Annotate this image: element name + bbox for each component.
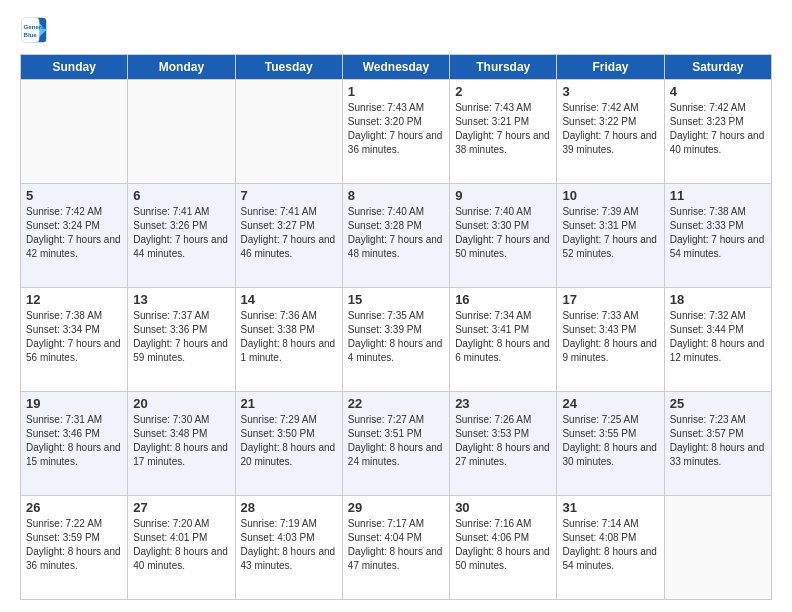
- day-number: 13: [133, 292, 229, 307]
- day-number: 23: [455, 396, 551, 411]
- day-info: Sunrise: 7:34 AM Sunset: 3:41 PM Dayligh…: [455, 309, 551, 365]
- day-info: Sunrise: 7:29 AM Sunset: 3:50 PM Dayligh…: [241, 413, 337, 469]
- calendar-day-cell: 12Sunrise: 7:38 AM Sunset: 3:34 PM Dayli…: [21, 288, 128, 392]
- calendar-day-cell: 17Sunrise: 7:33 AM Sunset: 3:43 PM Dayli…: [557, 288, 664, 392]
- day-number: 17: [562, 292, 658, 307]
- calendar-day-cell: 21Sunrise: 7:29 AM Sunset: 3:50 PM Dayli…: [235, 392, 342, 496]
- calendar-day-cell: 14Sunrise: 7:36 AM Sunset: 3:38 PM Dayli…: [235, 288, 342, 392]
- calendar-day-cell: 27Sunrise: 7:20 AM Sunset: 4:01 PM Dayli…: [128, 496, 235, 600]
- calendar-day-cell: 30Sunrise: 7:16 AM Sunset: 4:06 PM Dayli…: [450, 496, 557, 600]
- calendar-day-cell: 18Sunrise: 7:32 AM Sunset: 3:44 PM Dayli…: [664, 288, 771, 392]
- header: General Blue: [20, 16, 772, 44]
- calendar-day-cell: 6Sunrise: 7:41 AM Sunset: 3:26 PM Daylig…: [128, 184, 235, 288]
- day-number: 31: [562, 500, 658, 515]
- day-info: Sunrise: 7:23 AM Sunset: 3:57 PM Dayligh…: [670, 413, 766, 469]
- day-number: 7: [241, 188, 337, 203]
- calendar-header-cell: Monday: [128, 55, 235, 80]
- day-info: Sunrise: 7:26 AM Sunset: 3:53 PM Dayligh…: [455, 413, 551, 469]
- day-info: Sunrise: 7:33 AM Sunset: 3:43 PM Dayligh…: [562, 309, 658, 365]
- calendar-day-cell: 2Sunrise: 7:43 AM Sunset: 3:21 PM Daylig…: [450, 80, 557, 184]
- day-info: Sunrise: 7:32 AM Sunset: 3:44 PM Dayligh…: [670, 309, 766, 365]
- calendar-day-cell: 23Sunrise: 7:26 AM Sunset: 3:53 PM Dayli…: [450, 392, 557, 496]
- calendar-day-cell: 29Sunrise: 7:17 AM Sunset: 4:04 PM Dayli…: [342, 496, 449, 600]
- day-number: 19: [26, 396, 122, 411]
- calendar-header-cell: Friday: [557, 55, 664, 80]
- calendar-header-cell: Thursday: [450, 55, 557, 80]
- day-number: 12: [26, 292, 122, 307]
- calendar-day-cell: 10Sunrise: 7:39 AM Sunset: 3:31 PM Dayli…: [557, 184, 664, 288]
- day-number: 30: [455, 500, 551, 515]
- day-number: 24: [562, 396, 658, 411]
- calendar-day-cell: 9Sunrise: 7:40 AM Sunset: 3:30 PM Daylig…: [450, 184, 557, 288]
- calendar-week-row: 1Sunrise: 7:43 AM Sunset: 3:20 PM Daylig…: [21, 80, 772, 184]
- calendar-header-cell: Saturday: [664, 55, 771, 80]
- day-info: Sunrise: 7:43 AM Sunset: 3:21 PM Dayligh…: [455, 101, 551, 157]
- calendar-day-cell: 13Sunrise: 7:37 AM Sunset: 3:36 PM Dayli…: [128, 288, 235, 392]
- day-info: Sunrise: 7:38 AM Sunset: 3:34 PM Dayligh…: [26, 309, 122, 365]
- day-number: 18: [670, 292, 766, 307]
- day-number: 28: [241, 500, 337, 515]
- day-info: Sunrise: 7:40 AM Sunset: 3:30 PM Dayligh…: [455, 205, 551, 261]
- calendar-table: SundayMondayTuesdayWednesdayThursdayFrid…: [20, 54, 772, 600]
- svg-text:General: General: [24, 23, 47, 30]
- day-number: 1: [348, 84, 444, 99]
- day-info: Sunrise: 7:16 AM Sunset: 4:06 PM Dayligh…: [455, 517, 551, 573]
- svg-text:Blue: Blue: [24, 31, 38, 38]
- day-number: 21: [241, 396, 337, 411]
- day-info: Sunrise: 7:27 AM Sunset: 3:51 PM Dayligh…: [348, 413, 444, 469]
- day-info: Sunrise: 7:41 AM Sunset: 3:26 PM Dayligh…: [133, 205, 229, 261]
- calendar-day-cell: 5Sunrise: 7:42 AM Sunset: 3:24 PM Daylig…: [21, 184, 128, 288]
- day-info: Sunrise: 7:19 AM Sunset: 4:03 PM Dayligh…: [241, 517, 337, 573]
- day-info: Sunrise: 7:20 AM Sunset: 4:01 PM Dayligh…: [133, 517, 229, 573]
- calendar-week-row: 26Sunrise: 7:22 AM Sunset: 3:59 PM Dayli…: [21, 496, 772, 600]
- day-number: 5: [26, 188, 122, 203]
- page: General Blue SundayMondayTuesdayWednesda…: [0, 0, 792, 612]
- calendar-day-cell: 20Sunrise: 7:30 AM Sunset: 3:48 PM Dayli…: [128, 392, 235, 496]
- day-info: Sunrise: 7:39 AM Sunset: 3:31 PM Dayligh…: [562, 205, 658, 261]
- calendar-day-cell: [128, 80, 235, 184]
- calendar-day-cell: 11Sunrise: 7:38 AM Sunset: 3:33 PM Dayli…: [664, 184, 771, 288]
- day-number: 6: [133, 188, 229, 203]
- calendar-day-cell: 22Sunrise: 7:27 AM Sunset: 3:51 PM Dayli…: [342, 392, 449, 496]
- calendar-day-cell: 19Sunrise: 7:31 AM Sunset: 3:46 PM Dayli…: [21, 392, 128, 496]
- day-number: 2: [455, 84, 551, 99]
- day-info: Sunrise: 7:42 AM Sunset: 3:24 PM Dayligh…: [26, 205, 122, 261]
- day-info: Sunrise: 7:43 AM Sunset: 3:20 PM Dayligh…: [348, 101, 444, 157]
- day-info: Sunrise: 7:37 AM Sunset: 3:36 PM Dayligh…: [133, 309, 229, 365]
- calendar-day-cell: 4Sunrise: 7:42 AM Sunset: 3:23 PM Daylig…: [664, 80, 771, 184]
- day-info: Sunrise: 7:36 AM Sunset: 3:38 PM Dayligh…: [241, 309, 337, 365]
- logo-icon: General Blue: [20, 16, 48, 44]
- calendar-day-cell: 25Sunrise: 7:23 AM Sunset: 3:57 PM Dayli…: [664, 392, 771, 496]
- day-number: 15: [348, 292, 444, 307]
- day-info: Sunrise: 7:17 AM Sunset: 4:04 PM Dayligh…: [348, 517, 444, 573]
- day-number: 10: [562, 188, 658, 203]
- day-info: Sunrise: 7:31 AM Sunset: 3:46 PM Dayligh…: [26, 413, 122, 469]
- day-info: Sunrise: 7:30 AM Sunset: 3:48 PM Dayligh…: [133, 413, 229, 469]
- logo: General Blue: [20, 16, 52, 44]
- calendar-day-cell: 28Sunrise: 7:19 AM Sunset: 4:03 PM Dayli…: [235, 496, 342, 600]
- calendar-day-cell: [235, 80, 342, 184]
- calendar-day-cell: 16Sunrise: 7:34 AM Sunset: 3:41 PM Dayli…: [450, 288, 557, 392]
- day-number: 26: [26, 500, 122, 515]
- calendar-day-cell: 26Sunrise: 7:22 AM Sunset: 3:59 PM Dayli…: [21, 496, 128, 600]
- day-info: Sunrise: 7:38 AM Sunset: 3:33 PM Dayligh…: [670, 205, 766, 261]
- day-number: 4: [670, 84, 766, 99]
- calendar-header-row: SundayMondayTuesdayWednesdayThursdayFrid…: [21, 55, 772, 80]
- day-info: Sunrise: 7:42 AM Sunset: 3:22 PM Dayligh…: [562, 101, 658, 157]
- day-info: Sunrise: 7:22 AM Sunset: 3:59 PM Dayligh…: [26, 517, 122, 573]
- day-number: 29: [348, 500, 444, 515]
- calendar-day-cell: [664, 496, 771, 600]
- calendar-day-cell: 15Sunrise: 7:35 AM Sunset: 3:39 PM Dayli…: [342, 288, 449, 392]
- calendar-day-cell: 8Sunrise: 7:40 AM Sunset: 3:28 PM Daylig…: [342, 184, 449, 288]
- day-number: 8: [348, 188, 444, 203]
- day-number: 22: [348, 396, 444, 411]
- day-number: 11: [670, 188, 766, 203]
- day-number: 3: [562, 84, 658, 99]
- day-number: 9: [455, 188, 551, 203]
- day-info: Sunrise: 7:35 AM Sunset: 3:39 PM Dayligh…: [348, 309, 444, 365]
- calendar-week-row: 12Sunrise: 7:38 AM Sunset: 3:34 PM Dayli…: [21, 288, 772, 392]
- day-number: 27: [133, 500, 229, 515]
- day-number: 14: [241, 292, 337, 307]
- calendar-header-cell: Tuesday: [235, 55, 342, 80]
- calendar-day-cell: 31Sunrise: 7:14 AM Sunset: 4:08 PM Dayli…: [557, 496, 664, 600]
